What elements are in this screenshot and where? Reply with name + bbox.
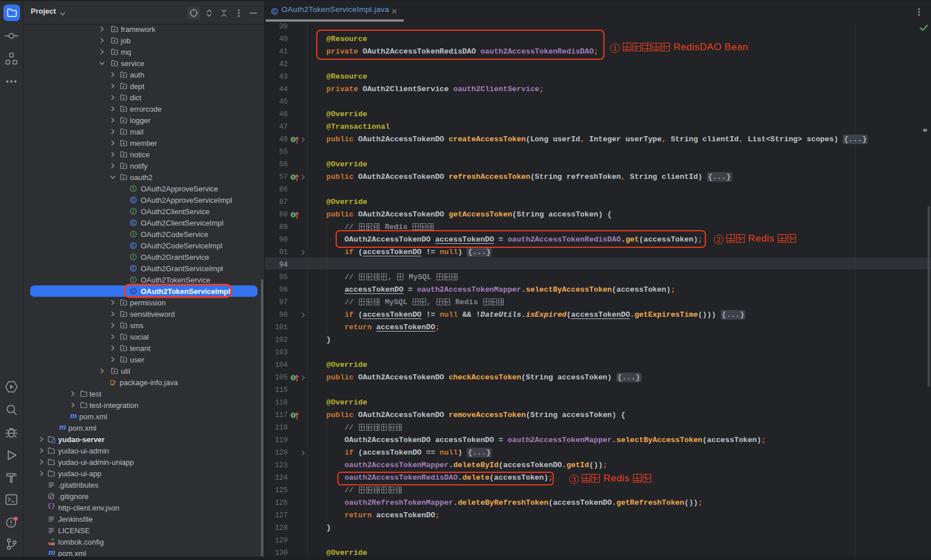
svg-text:I: I: [133, 186, 134, 191]
svg-text:C: C: [132, 243, 135, 248]
svg-text:C: C: [273, 9, 276, 14]
svg-text:I: I: [133, 277, 134, 283]
svg-text:I: I: [133, 255, 134, 260]
svg-text:I: I: [133, 232, 134, 237]
svg-text:C: C: [132, 266, 135, 271]
svg-text:C: C: [132, 220, 135, 226]
svg-text:C: C: [132, 198, 135, 203]
svg-text:I: I: [133, 209, 134, 214]
